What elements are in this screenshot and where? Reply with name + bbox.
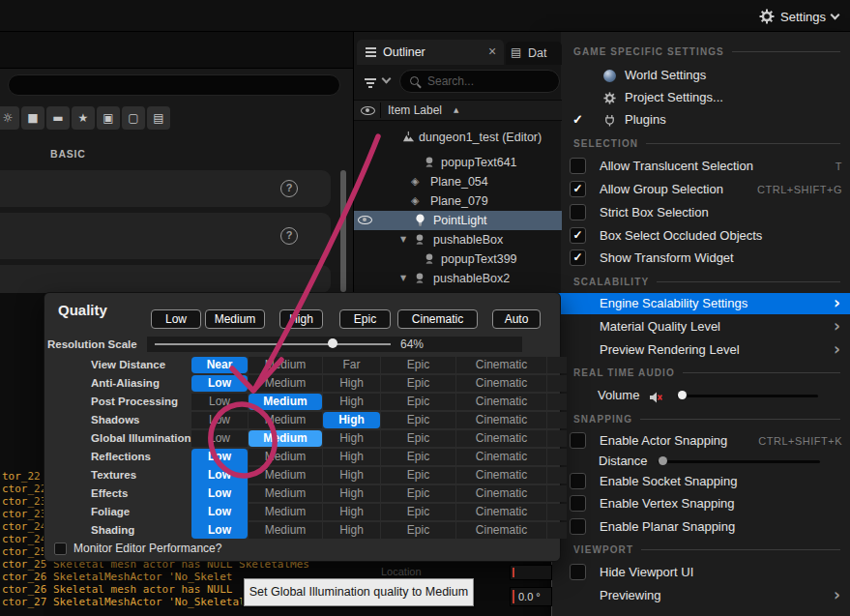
category-cinematic-button[interactable]: ▬ bbox=[46, 106, 70, 130]
checkbox[interactable] bbox=[570, 204, 586, 220]
quality-cell[interactable]: High bbox=[323, 375, 380, 392]
eye-icon[interactable] bbox=[358, 216, 372, 224]
quality-cell[interactable]: Cinematic bbox=[456, 504, 546, 520]
placeable-item-card[interactable]: ? bbox=[0, 213, 331, 259]
quality-cell[interactable]: High bbox=[323, 504, 380, 520]
quality-cell[interactable]: High bbox=[323, 412, 380, 428]
category-effects-button[interactable]: ★ bbox=[72, 106, 95, 130]
quality-cell[interactable]: Medium bbox=[249, 357, 322, 373]
checkbox[interactable] bbox=[570, 432, 586, 449]
monitor-performance-checkbox[interactable] bbox=[54, 543, 67, 555]
quality-cell[interactable]: Medium bbox=[249, 485, 322, 502]
close-icon[interactable]: × bbox=[488, 40, 496, 64]
quality-cell[interactable]: Epic bbox=[381, 357, 455, 373]
menu-item-material-quality-level[interactable]: Material Quality Level › bbox=[552, 316, 850, 337]
menu-item-engine-scalability-settings[interactable]: Engine Scalability Settings › bbox=[552, 293, 850, 314]
quality-cell[interactable]: Low bbox=[191, 504, 248, 522]
rotation-value-field[interactable]: 0.0 ° bbox=[510, 587, 552, 606]
quality-cell[interactable]: Epic bbox=[381, 430, 455, 447]
menu-item-project-settings[interactable]: Project Settings... bbox=[552, 87, 850, 108]
preset-cinematic-button[interactable]: Cinematic bbox=[397, 309, 478, 329]
quality-cell[interactable]: Near bbox=[191, 357, 248, 373]
preset-medium-button[interactable]: Medium bbox=[205, 309, 265, 329]
tree-row-actor[interactable]: popupText641 bbox=[354, 153, 562, 172]
quality-cell[interactable]: High bbox=[323, 430, 380, 447]
quality-cell[interactable]: Epic bbox=[381, 375, 455, 392]
quality-cell[interactable]: Cinematic bbox=[456, 412, 546, 428]
category-basic-button[interactable]: ■ bbox=[21, 106, 44, 130]
quality-cell[interactable]: Medium bbox=[249, 449, 322, 465]
preset-auto-button[interactable]: Auto bbox=[492, 309, 541, 329]
preset-high-button[interactable]: High bbox=[279, 309, 323, 329]
quality-cell[interactable]: Medium bbox=[249, 522, 322, 539]
quality-cell[interactable]: Epic bbox=[381, 394, 455, 410]
tree-row-actor[interactable]: ▼ pushableBox2 bbox=[354, 269, 562, 288]
volume-slider[interactable] bbox=[677, 395, 818, 397]
tree-row-mesh[interactable]: ◈ Plane_054 bbox=[354, 172, 562, 191]
placeable-item-card[interactable]: ? bbox=[0, 170, 331, 207]
quality-cell[interactable]: Cinematic bbox=[456, 485, 546, 502]
checkbox[interactable]: ✓ bbox=[570, 227, 586, 244]
quality-cell[interactable]: Far bbox=[323, 357, 380, 373]
quality-cell[interactable]: Low bbox=[191, 412, 248, 428]
menu-item-plugins[interactable]: ✓ Plugins bbox=[552, 109, 850, 131]
quality-cell[interactable]: Cinematic bbox=[456, 522, 546, 539]
expander-icon[interactable]: ▼ bbox=[400, 269, 406, 288]
quality-cell[interactable]: Medium bbox=[249, 375, 322, 392]
quality-cell[interactable]: High bbox=[323, 522, 380, 539]
quality-cell[interactable]: High bbox=[323, 394, 380, 410]
tree-row-mesh[interactable]: ◈ Plane_079 bbox=[354, 191, 562, 211]
menu-item-strict-box-selection[interactable]: Strict Box Selection bbox=[552, 202, 850, 223]
quality-cell[interactable]: Epic bbox=[381, 449, 455, 465]
filter-icon[interactable] bbox=[365, 78, 376, 80]
slider-handle[interactable] bbox=[328, 338, 337, 348]
menu-item-box-select-occluded[interactable]: ✓ Box Select Occluded Objects bbox=[552, 225, 850, 247]
quality-cell[interactable]: Low bbox=[191, 449, 248, 467]
quality-cell[interactable]: Cinematic bbox=[456, 430, 546, 447]
scrollbar[interactable] bbox=[340, 170, 346, 292]
quality-cell[interactable]: Epic bbox=[381, 522, 455, 539]
menu-item-allow-translucent-selection[interactable]: Allow Translucent Selection T bbox=[552, 156, 850, 177]
quality-cell[interactable]: High bbox=[323, 485, 380, 502]
quality-cell[interactable]: Epic bbox=[381, 412, 455, 428]
quality-cell[interactable]: Medium bbox=[249, 467, 322, 484]
checkbox[interactable]: ✓ bbox=[570, 181, 586, 197]
quality-cell[interactable]: Epic bbox=[381, 504, 455, 520]
tree-row-actor[interactable]: popupText399 bbox=[354, 249, 562, 269]
quality-cell[interactable]: Low bbox=[191, 522, 248, 539]
quality-cell[interactable]: Low bbox=[191, 467, 248, 485]
checkbox[interactable]: ✓ bbox=[570, 249, 586, 266]
resolution-scale-slider[interactable] bbox=[155, 343, 391, 345]
category-geometry-button[interactable]: ▣ bbox=[97, 106, 120, 130]
category-recent-button[interactable]: ☼ bbox=[0, 106, 19, 130]
muted-speaker-icon[interactable] bbox=[648, 390, 663, 405]
category-volumes-button[interactable]: ▢ bbox=[122, 106, 145, 130]
quality-cell-annotated[interactable]: Medium bbox=[249, 430, 322, 447]
checkbox[interactable] bbox=[570, 158, 586, 174]
tab-outliner[interactable]: Outliner × bbox=[357, 40, 504, 65]
preset-epic-button[interactable]: Epic bbox=[339, 309, 391, 329]
tab-data-layers[interactable]: ▤ Dat bbox=[506, 42, 562, 65]
quality-cell[interactable]: High bbox=[323, 467, 380, 484]
quality-cell[interactable]: Low bbox=[191, 485, 248, 504]
menu-item-snap-distance[interactable]: Distance bbox=[552, 451, 850, 472]
sort-ascending-icon[interactable]: ▲ bbox=[454, 101, 458, 120]
quality-cell[interactable]: Cinematic bbox=[456, 375, 546, 392]
tree-row-pointlight-selected[interactable]: PointLight bbox=[354, 211, 562, 230]
expander-icon[interactable]: ▼ bbox=[400, 230, 406, 249]
menu-item-enable-actor-snapping[interactable]: Enable Actor Snapping CTRL+SHIFT+K bbox=[552, 430, 850, 452]
placeable-item-card[interactable] bbox=[0, 265, 331, 293]
menu-item-preview-rendering-level[interactable]: Preview Rendering Level › bbox=[552, 339, 850, 361]
eye-icon[interactable] bbox=[361, 106, 375, 115]
quality-cell[interactable]: High bbox=[323, 449, 380, 465]
volume-slider-handle[interactable] bbox=[678, 391, 687, 399]
distance-slider-handle[interactable] bbox=[659, 456, 667, 465]
quality-cell[interactable]: Medium bbox=[249, 412, 322, 428]
quality-cell[interactable]: Low bbox=[191, 375, 248, 392]
outliner-column-header[interactable]: Item Label ▲ bbox=[354, 100, 562, 121]
menu-item-show-transform-widget[interactable]: ✓ Show Transform Widget bbox=[552, 248, 850, 269]
distance-slider[interactable] bbox=[658, 460, 820, 463]
menu-item-world-settings[interactable]: World Settings bbox=[552, 65, 850, 86]
quality-cell[interactable]: Epic bbox=[381, 467, 455, 484]
quality-cell[interactable]: Medium bbox=[249, 504, 322, 520]
